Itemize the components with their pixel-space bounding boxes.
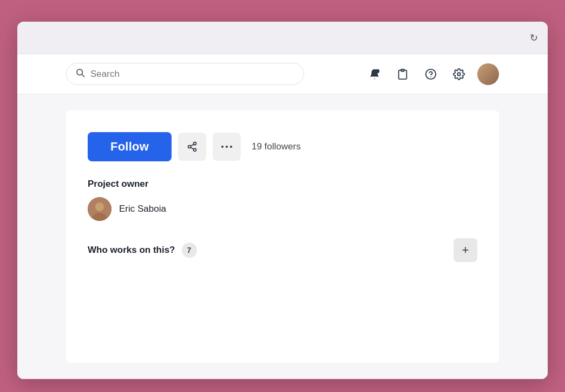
follow-button[interactable]: Follow	[88, 132, 172, 161]
svg-point-17	[95, 202, 104, 211]
notification-button[interactable]	[365, 64, 384, 84]
svg-rect-4	[401, 69, 404, 71]
search-input[interactable]	[90, 69, 295, 80]
followers-count: 19 followers	[252, 141, 301, 152]
clipboard-button[interactable]	[393, 64, 412, 84]
owner-row: Eric Saboia	[88, 197, 477, 221]
more-icon	[221, 145, 232, 148]
svg-point-15	[230, 146, 232, 148]
reload-button[interactable]: ↻	[530, 32, 538, 44]
who-works-label: Who works on this?	[88, 245, 175, 256]
more-options-button[interactable]	[213, 133, 241, 161]
user-avatar-button[interactable]	[477, 63, 499, 85]
page-content: Follow	[17, 94, 548, 379]
help-button[interactable]	[421, 64, 441, 84]
main-area: Follow	[17, 54, 548, 379]
who-works-section: Who works on this? 7 +	[88, 238, 477, 262]
svg-point-2	[376, 69, 379, 73]
svg-point-14	[226, 146, 228, 148]
owner-name: Eric Saboia	[119, 204, 166, 214]
avatar	[477, 63, 499, 85]
owner-avatar	[88, 197, 111, 221]
action-row: Follow	[88, 132, 477, 161]
settings-button[interactable]	[449, 64, 469, 84]
content-panel: Follow	[66, 110, 499, 363]
owner-avatar-image	[88, 197, 111, 221]
workers-count-badge: 7	[182, 243, 197, 258]
search-icon	[75, 68, 85, 80]
project-owner-label: Project owner	[88, 179, 477, 190]
svg-line-11	[190, 147, 194, 149]
svg-point-13	[221, 146, 224, 148]
project-owner-section: Project owner Eric Saboia	[88, 179, 477, 221]
add-worker-button[interactable]: +	[454, 238, 477, 262]
browser-window: ↻	[17, 22, 548, 379]
search-box	[66, 63, 304, 85]
share-button[interactable]	[178, 133, 206, 161]
svg-line-1	[82, 74, 84, 76]
toolbar	[17, 54, 548, 94]
toolbar-icons	[365, 63, 499, 85]
share-icon	[187, 141, 198, 152]
svg-point-7	[457, 73, 461, 76]
svg-line-12	[190, 144, 194, 146]
browser-chrome: ↻	[17, 22, 548, 54]
